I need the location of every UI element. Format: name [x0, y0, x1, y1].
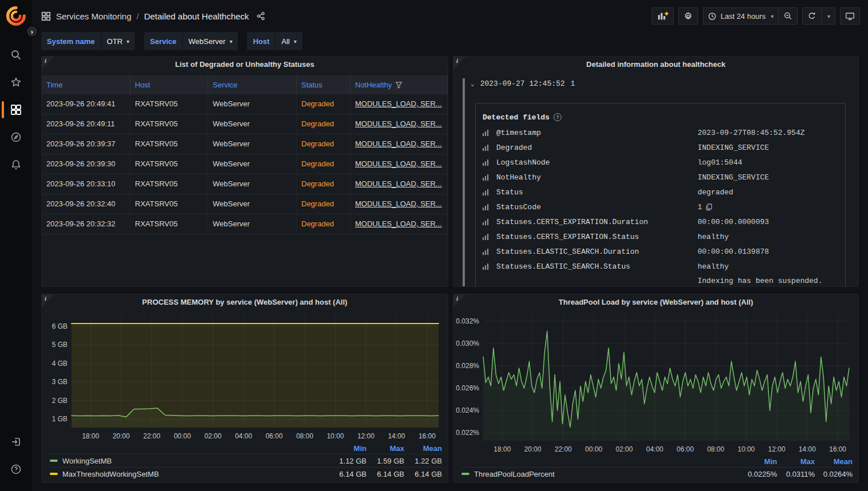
zoom-out-button[interactable] [778, 8, 797, 24]
detected-field-row: Statuses.ELASTIC_SEARCH.Duration00:00:00… [483, 244, 838, 259]
refresh-button[interactable] [803, 8, 821, 24]
kiosk-mode-button[interactable] [840, 7, 860, 25]
panel-title[interactable]: ThreadPool Load by service (WebServer) a… [453, 294, 858, 308]
filter-value-dropdown[interactable]: All▾ [276, 32, 302, 50]
table-cell[interactable]: MODULES_LOAD, SER... [351, 114, 448, 134]
field-stats-icon[interactable] [483, 144, 496, 151]
field-stats-icon[interactable] [483, 203, 496, 210]
legend-series-name[interactable]: MaxThresholdWorkingSetMB [62, 470, 329, 478]
field-stats-icon[interactable] [483, 174, 496, 181]
legend-series-name[interactable]: ThreadPoolLoadPercent [474, 470, 739, 478]
nothealthy-link[interactable]: MODULES_LOAD, SER... [355, 199, 442, 208]
legend-swatch [50, 473, 58, 475]
detected-fields-title: Detected fields [483, 113, 550, 122]
time-range-picker[interactable]: Last 24 hours ▾ [703, 8, 778, 24]
table-cell: WebServer [208, 214, 297, 234]
column-header[interactable]: Status [297, 75, 351, 94]
table-cell[interactable]: MODULES_LOAD, SER... [351, 194, 448, 214]
filter-value-dropdown[interactable]: WebServer▾ [183, 32, 238, 50]
breadcrumb-root[interactable]: Services Monitoring [56, 11, 132, 21]
detected-field-row: Statuses.CERTS_EXPIRATION.Statushealthy [483, 229, 838, 244]
chevron-down-icon: ▾ [827, 13, 830, 19]
field-stats-icon[interactable] [483, 129, 496, 136]
field-stats-icon[interactable] [483, 159, 496, 166]
sidebar-item-alerting[interactable] [0, 151, 32, 178]
legend-col-mean[interactable]: Mean [404, 444, 442, 453]
alerting-bell-icon [10, 159, 22, 170]
panel-info-corner[interactable]: i [453, 294, 466, 307]
table-cell[interactable]: MODULES_LOAD, SER... [351, 134, 448, 154]
panel-info-corner[interactable]: i [453, 57, 466, 69]
y-tick-label: 6 GB [52, 322, 67, 330]
sidebar-item-dashboards[interactable] [0, 96, 32, 123]
table-cell[interactable]: MODULES_LOAD, SER... [351, 214, 448, 234]
filter-funnel-icon[interactable] [395, 81, 403, 89]
share-icon[interactable] [256, 11, 265, 21]
field-stats-icon[interactable] [483, 218, 496, 225]
sidebar-item-explore[interactable] [0, 123, 32, 151]
log-entry: ⌄ 2023-09-27 12:45:52 1 Detected fields … [463, 78, 853, 286]
legend-col-min[interactable]: Min [329, 444, 367, 453]
legend-series-name[interactable]: WorkingSetMB [62, 457, 329, 465]
grafana-logo[interactable] [6, 6, 26, 26]
add-panel-button[interactable] [652, 7, 674, 25]
field-name: StatusCode [496, 203, 698, 211]
field-name: NotHealthy [496, 173, 698, 182]
threadpool-load-chart[interactable]: 18:0020:0022:0000:0002:0004:0006:0008:00… [456, 309, 854, 456]
chevron-down-icon: ▾ [229, 38, 232, 45]
nothealthy-link[interactable]: MODULES_LOAD, SER... [355, 99, 442, 108]
table-cell[interactable]: MODULES_LOAD, SER... [351, 154, 448, 174]
legend-col-max[interactable]: Max [367, 444, 404, 453]
field-stats-icon[interactable] [483, 189, 496, 195]
panel-title[interactable]: PROCESS MEMORY by service (WebServer) an… [42, 294, 448, 309]
legend-row: MaxThresholdWorkingSetMB6.14 GB6.14 GB6.… [50, 467, 442, 480]
panel-title[interactable]: List of Degraded or Unhealthy Statuses [42, 57, 448, 73]
nothealthy-link[interactable]: MODULES_LOAD, SER... [355, 119, 442, 128]
x-tick-label: 04:00 [235, 432, 252, 440]
detected-field-row: StatusCode1 [483, 199, 838, 214]
legend-col-min[interactable]: Min [739, 457, 777, 466]
nothealthy-link[interactable]: MODULES_LOAD, SER... [355, 139, 442, 148]
column-header[interactable]: Host [130, 75, 208, 94]
panel-info-corner[interactable]: i [42, 294, 54, 307]
x-tick-label: 00:00 [174, 432, 191, 440]
sidebar-item-search[interactable] [0, 41, 32, 69]
sidebar-item-help[interactable] [0, 456, 32, 483]
dashboards-icon [10, 104, 22, 115]
nothealthy-link[interactable]: MODULES_LOAD, SER... [355, 219, 442, 228]
filter-label: System name [41, 32, 101, 50]
sidebar-item-sign-in[interactable] [0, 428, 32, 456]
log-line[interactable]: ⌄ 2023-09-27 12:45:52 1 [471, 78, 853, 88]
legend-row: WorkingSetMB1.12 GB1.59 GB1.22 GB [50, 454, 442, 467]
table-cell[interactable]: MODULES_LOAD, SER... [351, 174, 448, 194]
x-tick-label: 10:00 [738, 445, 755, 453]
help-circle-icon: ? [554, 113, 562, 121]
sidebar-item-starred[interactable] [0, 69, 32, 96]
sidebar [0, 0, 32, 491]
legend-col-mean[interactable]: Mean [815, 457, 853, 466]
dashboard-settings-button[interactable] [678, 7, 698, 25]
x-tick-label: 02:00 [204, 432, 221, 440]
column-header[interactable]: NotHealthy [351, 75, 448, 94]
column-header[interactable]: Time [42, 75, 130, 94]
x-tick-label: 12:00 [357, 432, 375, 440]
panel-title[interactable]: Detailed information about healthcheck [453, 57, 858, 73]
field-value: degraded [698, 188, 838, 197]
chevron-down-icon: ▾ [294, 38, 297, 45]
legend-col-max[interactable]: Max [777, 457, 815, 466]
field-stats-icon[interactable] [483, 263, 496, 270]
field-stats-icon[interactable] [483, 233, 496, 240]
column-header[interactable]: Service [208, 75, 297, 94]
panel-info-corner[interactable]: i [42, 57, 54, 69]
table-cell[interactable]: MODULES_LOAD, SER... [351, 94, 448, 114]
process-memory-chart[interactable]: 18:0020:0022:0000:0002:0004:0006:0008:00… [44, 310, 443, 442]
field-stats-icon[interactable] [483, 248, 496, 255]
x-tick-label: 16:00 [419, 432, 436, 440]
nothealthy-link[interactable]: MODULES_LOAD, SER... [355, 159, 442, 168]
filter-value-dropdown[interactable]: OTR▾ [101, 32, 135, 50]
refresh-interval-dropdown[interactable]: ▾ [821, 8, 835, 24]
nothealthy-link[interactable]: MODULES_LOAD, SER... [355, 179, 442, 188]
table-cell: Degraded [297, 194, 351, 214]
copy-icon[interactable] [706, 203, 712, 211]
expand-sidebar-icon[interactable]: › [26, 25, 38, 38]
